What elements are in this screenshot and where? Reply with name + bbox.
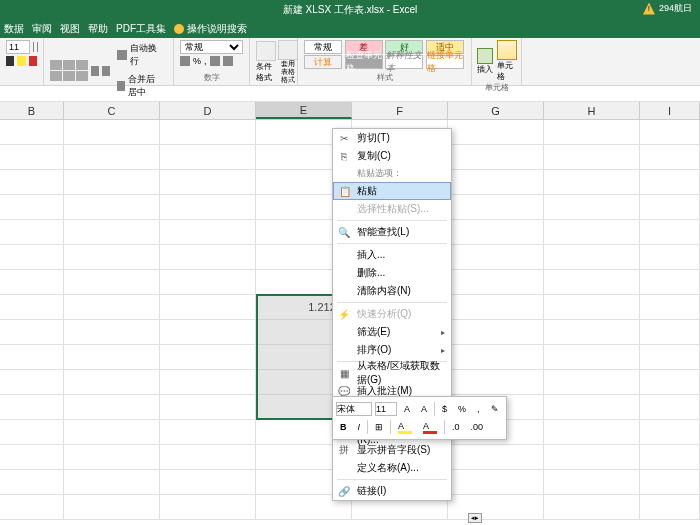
style-explanatory[interactable]: 解释性文本 [385,55,423,69]
mini-comma[interactable]: , [473,402,484,416]
col-header-f[interactable]: F [352,102,448,119]
ctx-get-data[interactable]: ▦从表格/区域获取数据(G) [333,364,451,382]
menu-tell-me[interactable]: 操作说明搜索 [174,22,247,36]
warning-badge[interactable]: ! 294航日 [643,2,692,15]
clipboard-icon: 📋 [338,184,352,198]
align-buttons[interactable] [50,60,88,81]
decrease-font-icon[interactable] [37,42,38,52]
warning-icon: ! [643,3,655,15]
mini-border-icon[interactable]: ⊞ [371,420,387,434]
mini-currency[interactable]: $ [438,402,451,416]
number-format-select[interactable]: 常规 [180,40,243,54]
percent-button[interactable]: % [193,56,201,66]
wrap-icon [117,50,126,60]
link-icon: 🔗 [337,484,351,498]
mini-percent[interactable]: % [454,402,470,416]
ctx-copy[interactable]: ⎘复制(C) [333,147,451,165]
menu-bar: 数据 审阅 视图 帮助 PDF工具集 操作说明搜索 [0,20,700,38]
style-normal[interactable]: 常规 [304,40,342,54]
conditional-format-button[interactable] [256,41,276,61]
ctx-quick-analysis: ⚡快速分析(Q) [333,305,451,323]
styles-group-label: 样式 [304,72,465,83]
number-group-label: 数字 [180,72,243,83]
wrap-text-button[interactable]: 自动换行 [113,40,167,70]
menu-review[interactable]: 审阅 [32,22,52,36]
context-menu: ✂剪切(T) ⎘复制(C) 粘贴选项： 📋粘贴 选择性粘贴(S)... 🔍智能查… [332,128,452,501]
menu-pdf[interactable]: PDF工具集 [116,22,166,36]
window-title: 新建 XLSX 工作表.xlsx - Excel [283,3,417,17]
indent-increase-icon[interactable] [102,66,110,76]
format-cell-button[interactable] [497,40,517,60]
ctx-delete[interactable]: 删除... [333,264,451,282]
pinyin-icon: 拼 [337,443,351,457]
style-check[interactable]: 检查单元格 [345,55,383,69]
insert-button[interactable] [477,48,493,64]
col-header-i[interactable]: I [640,102,700,119]
mini-decimal-dec[interactable]: .00 [467,420,488,434]
ctx-define-name[interactable]: 定义名称(A)... [333,459,451,477]
mini-toolbar: A A $ % , ✎ B I ⊞ A A .0 .00 [332,396,507,440]
border-icon[interactable] [6,56,14,66]
col-header-b[interactable]: B [0,102,64,119]
scroll-button[interactable]: ◂▸ [468,513,482,523]
ribbon: 自动换行 合并后居中 对齐方式 常规 % , 数字 条件格式 套用 表格格式 [0,38,700,86]
chevron-right-icon: ▸ [441,328,445,337]
mini-font-color[interactable]: A [419,419,441,436]
mini-font-select[interactable] [336,402,372,416]
ctx-insert[interactable]: 插入... [333,246,451,264]
increase-decimal-icon[interactable] [210,56,220,66]
col-header-c[interactable]: C [64,102,160,119]
col-header-d[interactable]: D [160,102,256,119]
menu-view[interactable]: 视图 [60,22,80,36]
mini-format-painter-icon[interactable]: ✎ [487,402,503,416]
scissors-icon: ✂ [337,131,351,145]
font-color-icon[interactable] [29,56,37,66]
ctx-smart-lookup[interactable]: 🔍智能查找(L) [333,223,451,241]
title-bar: 新建 XLSX 工作表.xlsx - Excel ! 294航日 [0,0,700,20]
mini-fill-color[interactable]: A [394,419,416,436]
ctx-clear[interactable]: 清除内容(N) [333,282,451,300]
mini-size-select[interactable] [375,402,397,416]
column-headers: B C D E F G H I [0,102,700,120]
merge-icon [117,81,125,91]
currency-icon[interactable] [180,56,190,66]
chevron-right-icon: ▸ [441,346,445,355]
style-link[interactable]: 链接单元格 [426,55,464,69]
ctx-sort[interactable]: 排序(O)▸ [333,341,451,359]
merge-center-button[interactable]: 合并后居中 [113,71,167,101]
col-header-e[interactable]: E [256,102,352,119]
ctx-cut[interactable]: ✂剪切(T) [333,129,451,147]
menu-help[interactable]: 帮助 [88,22,108,36]
ctx-paste[interactable]: 📋粘贴 [333,182,451,200]
col-header-g[interactable]: G [448,102,544,119]
mini-italic[interactable]: I [354,420,365,434]
ctx-paste-header: 粘贴选项： [333,165,451,182]
col-header-h[interactable]: H [544,102,640,119]
analysis-icon: ⚡ [337,307,351,321]
search-icon: 🔍 [337,225,351,239]
ctx-paste-special: 选择性粘贴(S)... [333,200,451,218]
bulb-icon [174,24,184,34]
table-icon: ▦ [337,366,351,380]
mini-decimal-inc[interactable]: .0 [448,420,464,434]
mini-decrease-font[interactable]: A [417,402,431,416]
decrease-decimal-icon[interactable] [223,56,233,66]
mini-bold[interactable]: B [336,420,351,434]
increase-font-icon[interactable] [33,42,34,52]
ctx-show-pinyin[interactable]: 拼显示拼音字段(S) [333,441,451,459]
mini-increase-font[interactable]: A [400,402,414,416]
menu-data[interactable]: 数据 [4,22,24,36]
fill-color-icon[interactable] [17,56,25,66]
ctx-filter[interactable]: 筛选(E)▸ [333,323,451,341]
comma-button[interactable]: , [204,56,207,66]
table-format-button[interactable] [278,40,298,60]
copy-icon: ⎘ [337,149,351,163]
ctx-link[interactable]: 🔗链接(I) [333,482,451,500]
font-size-input[interactable] [6,40,30,54]
indent-decrease-icon[interactable] [91,66,99,76]
style-calc[interactable]: 计算 [304,55,342,69]
cells-group-label: 单元格 [478,82,515,93]
